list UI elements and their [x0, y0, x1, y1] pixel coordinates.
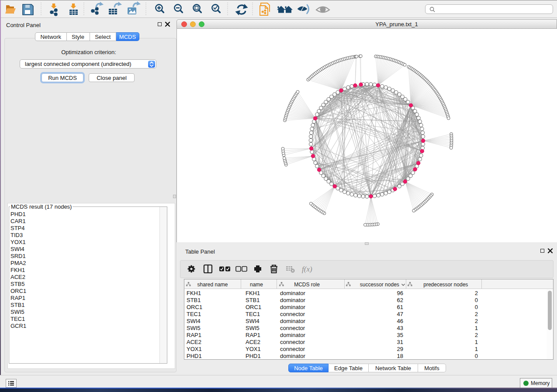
svg-text:f(x): f(x): [302, 265, 312, 273]
